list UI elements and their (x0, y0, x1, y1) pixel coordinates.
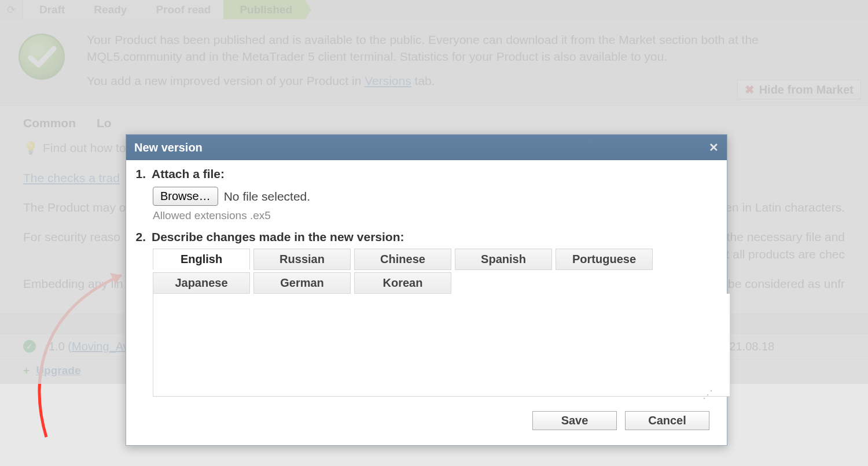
language-tabs: English Russian Chinese Spanish Portugue… (153, 249, 656, 294)
no-file-label: No file selected. (224, 190, 310, 204)
page-root: ⟳ Draft Ready Proof read Published Your … (0, 0, 868, 384)
checks-link[interactable]: The checks a trad (23, 171, 120, 184)
intro-line2-pre: You add a new improved version of your P… (87, 74, 365, 87)
new-version-dialog: New version ✕ 1. Attach a file: Browse… … (126, 134, 727, 446)
dialog-actions: Save Cancel (133, 405, 716, 438)
lang-tab-chinese[interactable]: Chinese (354, 249, 451, 270)
step-2-label: Describe changes made in the new version… (152, 230, 404, 244)
product-tabs: Common Lo (0, 106, 868, 136)
dialog-title-bar[interactable]: New version ✕ (126, 135, 727, 160)
allowed-extensions-note: Allowed extensions .ex5 (153, 209, 716, 222)
lang-tab-korean[interactable]: Korean (354, 272, 451, 294)
status-bar: ⟳ Draft Ready Proof read Published (0, 0, 868, 20)
step-2: 2. Describe changes made in the new vers… (133, 230, 716, 244)
body-p2-a: For security reaso (23, 230, 120, 243)
step-1-label: Attach a file: (152, 167, 225, 181)
dialog-close-icon[interactable]: ✕ (709, 140, 719, 154)
lightbulb-icon: 💡 (23, 139, 38, 156)
stage-published[interactable]: Published (223, 0, 305, 19)
hide-from-market-label: Hide from Market (759, 83, 854, 97)
lang-tab-spanish[interactable]: Spanish (455, 249, 552, 270)
file-picker-row: Browse… No file selected. (153, 187, 716, 206)
dialog-body: 1. Attach a file: Browse… No file select… (126, 160, 727, 445)
tab-common[interactable]: Common (23, 116, 76, 130)
step-1: 1. Attach a file: (133, 167, 716, 181)
changes-textarea[interactable] (153, 294, 730, 397)
check-badge-icon (16, 31, 67, 82)
stage-proof-read[interactable]: Proof read (139, 0, 223, 19)
save-button[interactable]: Save (532, 411, 617, 430)
intro-line2-post: tab. (415, 74, 435, 87)
tab-logs[interactable]: Lo (97, 116, 112, 130)
version-number: 1.0 (49, 340, 65, 353)
plus-icon: + (23, 364, 30, 376)
versions-link[interactable]: Versions (365, 74, 411, 87)
step-2-number: 2. (133, 230, 146, 244)
body-p3-a: Embedding any lin (23, 277, 123, 290)
lang-tab-german[interactable]: German (253, 272, 351, 294)
intro-panel: Your Product has been published and is a… (0, 20, 868, 106)
hide-from-market-button[interactable]: ✖ Hide from Market (737, 80, 861, 99)
intro-line1: Your Product has been published and is a… (87, 31, 852, 65)
refresh-icon[interactable]: ⟳ (0, 0, 23, 19)
upgrade-link[interactable]: Upgrade (36, 364, 80, 376)
stage-draft[interactable]: Draft (23, 0, 78, 19)
lang-tab-portuguese[interactable]: Portuguese (556, 249, 653, 270)
step-1-number: 1. (133, 167, 146, 181)
dialog-title-text: New version (134, 141, 203, 154)
file-date3-cell: 2021.08.18 (716, 340, 845, 353)
body-p1-a: The Product may o (23, 201, 126, 214)
stage-ready[interactable]: Ready (78, 0, 139, 19)
lang-tab-russian[interactable]: Russian (253, 249, 351, 270)
close-icon: ✖ (745, 83, 755, 97)
lang-tab-english[interactable]: English (153, 249, 250, 270)
lang-tab-japanese[interactable]: Japanese (153, 272, 250, 294)
cancel-button[interactable]: Cancel (625, 411, 709, 430)
browse-button[interactable]: Browse… (153, 187, 218, 206)
status-ok-icon: ✓ (23, 340, 36, 353)
svg-point-0 (19, 34, 64, 79)
hint-text: Find out how to (43, 139, 126, 156)
